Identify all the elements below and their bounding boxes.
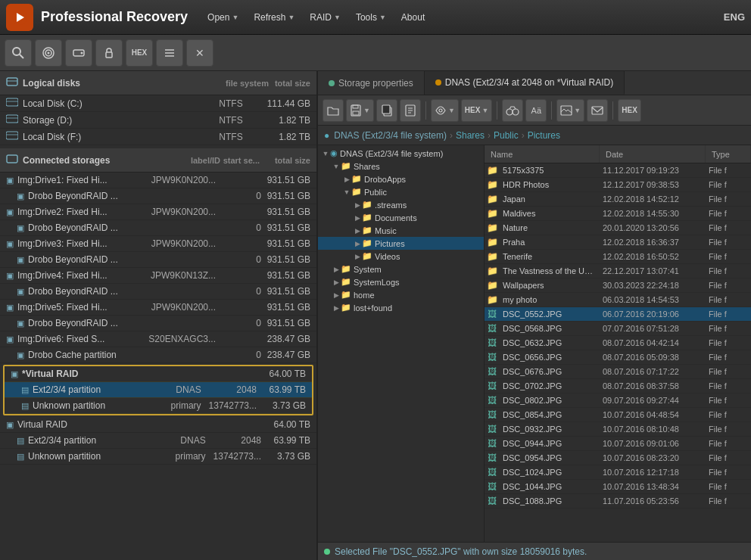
file-date: 30.03.2023 22:24:18 xyxy=(600,281,706,290)
file-row[interactable]: 📁 Nature 20.01.2020 13:20:56 File f xyxy=(485,221,751,235)
file-row[interactable]: 📁 Japan 12.02.2018 14:52:12 File f xyxy=(485,192,751,207)
file-row[interactable]: 🖼 DSC_0568.JPG 07.07.2016 07:51:28 File … xyxy=(485,322,751,336)
storage-item[interactable]: ▣ Drobo BeyondRAID ... 0 931.51 GB xyxy=(0,316,316,331)
open-folder-btn[interactable] xyxy=(323,99,344,122)
menu-open[interactable]: Open ▼ xyxy=(200,9,246,26)
tree-item[interactable]: ▶ 📁 .streams xyxy=(318,198,484,211)
file-row[interactable]: 🖼 DSC_0932.JPG 10.07.2016 08:10:48 File … xyxy=(485,422,751,437)
tree-item[interactable]: ▼ ◉ DNAS (Ext2/3/4 file system) xyxy=(318,147,484,160)
vraid2-item[interactable]: ▣ Virtual RAID 64.00 TB xyxy=(0,417,316,433)
file-row[interactable]: 🖼 DSC_0944.JPG 10.07.2016 09:01:06 File … xyxy=(485,437,751,451)
file-row[interactable]: 📁 HDR Photos 12.12.2017 09:38:53 File f xyxy=(485,178,751,192)
file-type: File f xyxy=(706,281,751,290)
storage-item[interactable]: ▣ Drobo BeyondRAID ... 0 931.51 GB xyxy=(0,284,316,300)
col-type[interactable]: Type xyxy=(706,145,751,163)
file-row[interactable]: 🖼 DSC_1088.JPG 11.07.2016 05:23:56 File … xyxy=(485,494,751,509)
storage-item[interactable]: ▣ Img:Drive4: Fixed Hi... JPW9K0N13Z... … xyxy=(0,268,316,284)
file-row[interactable]: 📁 The Vastness of the Univ... 22.12.2017… xyxy=(485,264,751,278)
storage-item[interactable]: ▣ Img:Drive5: Fixed Hi... JPW9K0N200... … xyxy=(0,300,316,316)
tree-item[interactable]: ▶ 📁 lost+found xyxy=(318,301,484,314)
storage-item[interactable]: ▣ Img:Drive2: Fixed Hi... JPW9K0N200... … xyxy=(0,204,316,220)
tree-item[interactable]: ▶ 📁 Documents xyxy=(318,211,484,224)
disk-item-f[interactable]: Local Disk (F:) NTFS 1.82 TB xyxy=(0,129,316,145)
file-row[interactable]: 🖼 DSC_0656.JPG 08.07.2016 05:09:38 File … xyxy=(485,350,751,365)
vraid-size: 63.99 TB xyxy=(257,384,306,395)
file-row[interactable]: 🖼 DSC_0676.JPG 08.07.2016 07:17:22 File … xyxy=(485,365,751,379)
expand-icon: ▶ xyxy=(353,240,362,247)
image-icon: 🖼 xyxy=(485,381,500,391)
file-row[interactable]: 🖼 DSC_0552.JPG 06.07.2016 20:19:06 File … xyxy=(485,307,751,322)
font-btn[interactable]: Aä xyxy=(525,99,547,122)
file-row[interactable]: 🖼 DSC_0802.JPG 09.07.2016 09:27:44 File … xyxy=(485,394,751,408)
disk-fs-c: NTFS xyxy=(212,98,250,109)
binoculars-btn[interactable] xyxy=(502,99,523,122)
menu-about[interactable]: About xyxy=(394,9,432,26)
vraid2-icon: ▣ xyxy=(6,420,14,430)
tree-item[interactable]: ▼ 📁 Shares xyxy=(318,160,484,173)
file-row[interactable]: 📁 Maldives 12.02.2018 14:55:30 File f xyxy=(485,207,751,221)
file-row[interactable]: 🖼 DSC_1044.JPG 10.07.2016 13:48:34 File … xyxy=(485,480,751,494)
phone-button[interactable] xyxy=(35,39,62,67)
close-button[interactable]: ✕ xyxy=(186,39,213,67)
vraid2-item[interactable]: ▤ Ext2/3/4 partition DNAS 2048 63.99 TB xyxy=(0,433,316,449)
copy-btn[interactable] xyxy=(376,99,397,122)
tree-item[interactable]: ▼ 📁 Public xyxy=(318,185,484,198)
props-btn[interactable] xyxy=(400,99,421,122)
col-name[interactable]: Name xyxy=(485,145,600,163)
file-row[interactable]: 🖼 DSC_0854.JPG 10.07.2016 04:48:54 File … xyxy=(485,408,751,422)
save-btn[interactable]: ▼ xyxy=(346,99,374,122)
menu-refresh[interactable]: Refresh ▼ xyxy=(246,9,302,26)
file-row[interactable]: 📁 my photo 06.03.2018 14:54:53 File f xyxy=(485,293,751,307)
tree-item[interactable]: ▶ 📁 home xyxy=(318,288,484,301)
tree-item[interactable]: ▶ 📁 SystemLogs xyxy=(318,275,484,288)
storage-item[interactable]: ▣ Img:Drive1: Fixed Hi... JPW9K0N200... … xyxy=(0,173,316,188)
file-row[interactable]: 📁 Praha 12.02.2018 16:36:37 File f xyxy=(485,235,751,250)
bc-shares[interactable]: Shares xyxy=(456,130,485,141)
folder-icon: 📁 xyxy=(341,264,351,274)
tree-item[interactable]: ▶ 📁 DroboApps xyxy=(318,173,484,185)
file-row[interactable]: 🖼 DSC_0632.JPG 08.07.2016 04:42:14 File … xyxy=(485,336,751,350)
file-row[interactable]: 📁 5175x3375 11.12.2017 09:19:23 File f xyxy=(485,163,751,178)
view-btn[interactable]: ▼ xyxy=(431,99,459,122)
hdd-button[interactable] xyxy=(65,39,92,67)
storage-item[interactable]: ▣ Drobo BeyondRAID ... 0 931.51 GB xyxy=(0,188,316,204)
storage-icon: ▣ xyxy=(6,334,14,344)
tree-item[interactable]: ▶ 📁 System xyxy=(318,263,484,275)
col-date[interactable]: Date xyxy=(600,145,706,163)
search-button[interactable] xyxy=(5,39,32,67)
storage-item[interactable]: ▣ Drobo BeyondRAID ... 0 931.51 GB xyxy=(0,252,316,268)
file-name: Nature xyxy=(500,223,600,232)
storage-item[interactable]: ▣ Img:Drive3: Fixed Hi... JPW9K0N200... … xyxy=(0,236,316,252)
bc-dnas[interactable]: DNAS (Ext2/3/4 file system) xyxy=(334,130,447,141)
file-row[interactable]: 📁 Tenerife 12.02.2018 16:50:52 File f xyxy=(485,250,751,264)
disk-item-d[interactable]: Storage (D:) NTFS 1.82 TB xyxy=(0,112,316,129)
tree-item[interactable]: ▶ 📁 Music xyxy=(318,224,484,237)
hex2-btn[interactable]: HEX▼ xyxy=(461,99,492,122)
preview-btn[interactable]: ▼ xyxy=(556,99,584,122)
tree-item[interactable]: ▶ 📁 Pictures xyxy=(318,237,484,250)
menu-raid[interactable]: RAID ▼ xyxy=(302,9,348,26)
storage-item[interactable]: ▣ Drobo BeyondRAID ... 0 931.51 GB xyxy=(0,220,316,236)
file-row[interactable]: 🖼 DSC_0702.JPG 08.07.2016 08:37:58 File … xyxy=(485,379,751,394)
file-row[interactable]: 🖼 DSC_0954.JPG 10.07.2016 08:23:20 File … xyxy=(485,451,751,465)
disk-item-c[interactable]: Local Disk (C:) NTFS 111.44 GB xyxy=(0,95,316,112)
bc-pictures[interactable]: Pictures xyxy=(528,130,560,141)
list-button[interactable] xyxy=(156,39,183,67)
tree-item[interactable]: ▶ 📁 Videos xyxy=(318,250,484,263)
file-row[interactable]: 📁 Wallpapers 30.03.2023 22:24:18 File f xyxy=(485,278,751,293)
vraid2-item[interactable]: ▤ Unknown partition primary 13742773... … xyxy=(0,449,316,465)
storage-item[interactable]: ▣ Drobo Cache partition 0 238.47 GB xyxy=(0,347,316,363)
send-btn[interactable] xyxy=(587,99,608,122)
hex3-btn[interactable]: HEX xyxy=(618,99,641,122)
bc-public[interactable]: Public xyxy=(494,130,519,141)
menu-tools[interactable]: Tools ▼ xyxy=(348,9,394,26)
storage-item[interactable]: ▣ Img:Drive6: Fixed S... S20ENXAGC3... 2… xyxy=(0,331,316,347)
file-row[interactable]: 🖼 DSC_1024.JPG 10.07.2016 12:17:18 File … xyxy=(485,465,751,480)
vraid-item[interactable]: ▣ *Virtual RAID 64.00 TB xyxy=(5,366,312,382)
lock-button[interactable] xyxy=(95,39,123,67)
vraid-item[interactable]: ▤ Unknown partition primary 13742773... … xyxy=(5,398,312,414)
hex-button[interactable]: HEX xyxy=(126,39,153,67)
tab-storage-properties[interactable]: Storage properties xyxy=(318,71,425,95)
vraid-item[interactable]: ▤ Ext2/3/4 partition DNAS 2048 63.99 TB xyxy=(5,382,312,398)
tab-dnas[interactable]: DNAS (Ext2/3/4 at 2048 on *Virtual RAID) xyxy=(425,71,625,95)
